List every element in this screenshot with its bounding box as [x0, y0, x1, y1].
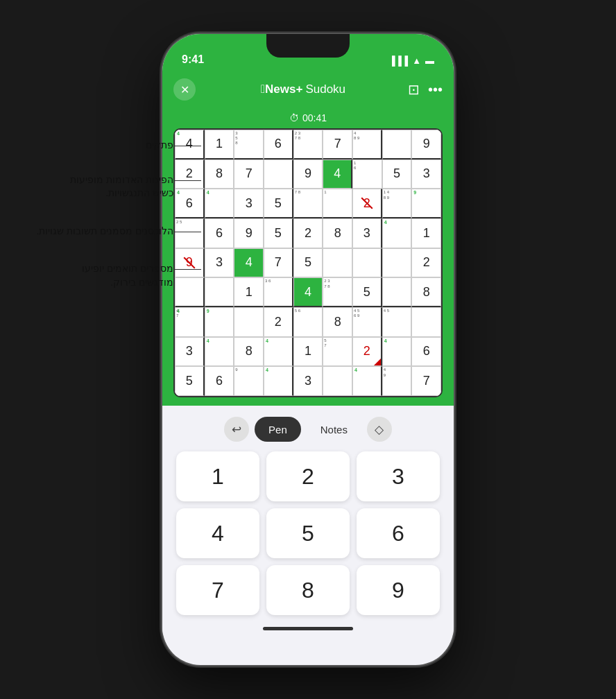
cell-5-3[interactable]: 3 6: [264, 277, 293, 307]
cell-3-7[interactable]: 4: [382, 218, 412, 248]
cell-6-3[interactable]: 2: [264, 307, 293, 337]
cell-1-7[interactable]: 5: [382, 159, 412, 189]
cell-7-3[interactable]: 4: [264, 337, 293, 367]
cell-0-7[interactable]: [382, 130, 412, 159]
cell-8-7[interactable]: 4 9: [382, 366, 412, 396]
cell-6-8[interactable]: [411, 307, 441, 337]
cell-4-5[interactable]: [323, 248, 352, 278]
numpad-key-9[interactable]: 9: [357, 565, 440, 615]
pen-button[interactable]: Pen: [255, 417, 301, 442]
cell-0-2[interactable]: 3 5 8: [234, 130, 264, 159]
cell-5-8[interactable]: 8: [411, 277, 441, 307]
cell-4-6[interactable]: [352, 248, 382, 278]
cell-4-3[interactable]: 7: [264, 248, 293, 278]
numpad-key-3[interactable]: 3: [357, 451, 440, 501]
home-indicator: [162, 615, 454, 635]
cell-4-1[interactable]: 3: [205, 248, 234, 278]
notes-button[interactable]: Notes: [307, 417, 361, 442]
cell-4-4[interactable]: 5: [293, 248, 323, 278]
cell-3-3[interactable]: 5: [264, 218, 293, 248]
cell-7-7[interactable]: 4: [382, 337, 412, 367]
cell-2-4[interactable]: 7 8: [293, 189, 323, 218]
cell-4-2[interactable]: 4: [234, 248, 264, 278]
cell-6-0[interactable]: 44 7: [175, 307, 205, 337]
cell-1-8[interactable]: 3: [411, 159, 441, 189]
cell-0-1[interactable]: 1: [205, 130, 234, 159]
numpad-key-5[interactable]: 5: [266, 508, 350, 558]
cell-4-8[interactable]: 2: [411, 248, 441, 278]
cell-6-6[interactable]: 4 5 6 9: [352, 307, 382, 337]
cell-4-7[interactable]: [382, 248, 412, 278]
cell-1-0[interactable]: 2: [175, 159, 205, 189]
share-button[interactable]: ⊡: [408, 81, 420, 98]
cell-5-2[interactable]: 1: [234, 277, 264, 307]
cell-5-0[interactable]: [175, 277, 205, 307]
wifi-icon: ▲: [412, 55, 421, 66]
cell-5-1[interactable]: [205, 277, 234, 307]
cell-6-7[interactable]: 4 5: [382, 307, 412, 337]
cell-7-8[interactable]: 6: [411, 337, 441, 367]
cell-6-1[interactable]: 9: [205, 307, 234, 337]
numpad-key-4[interactable]: 4: [176, 508, 259, 558]
cell-2-2[interactable]: 3: [234, 189, 264, 218]
cell-5-6[interactable]: 5: [352, 277, 382, 307]
cell-8-2[interactable]: 9: [234, 366, 264, 396]
cell-2-7[interactable]: 1 4 8 9: [382, 189, 412, 218]
cell-6-5[interactable]: 8: [323, 307, 352, 337]
cell-5-5[interactable]: 2 3 7 8: [323, 277, 352, 307]
cell-3-5[interactable]: 8: [323, 218, 352, 248]
cell-0-3[interactable]: 6: [264, 130, 293, 159]
more-button[interactable]: •••: [428, 82, 443, 98]
cell-7-2[interactable]: 8: [234, 337, 264, 367]
cell-2-1[interactable]: 4: [205, 189, 234, 218]
cell-0-8[interactable]: 9: [411, 130, 441, 159]
cell-8-1[interactable]: 6: [205, 366, 234, 396]
close-button[interactable]: ✕: [173, 78, 196, 101]
cell-2-6[interactable]: 2: [352, 189, 382, 218]
cell-3-4[interactable]: 2: [293, 218, 323, 248]
cell-7-1[interactable]: 4: [205, 337, 234, 367]
cell-8-5[interactable]: [323, 366, 352, 396]
erase-button[interactable]: ◇: [367, 417, 392, 442]
cell-1-4[interactable]: 9: [293, 159, 323, 189]
cell-6-4[interactable]: 5 6: [293, 307, 323, 337]
cell-5-4[interactable]: 4: [293, 277, 323, 307]
cell-8-0[interactable]: 5: [175, 366, 205, 396]
cell-0-4[interactable]: 2 3 7 8: [293, 130, 323, 159]
cell-3-0[interactable]: 2 5: [175, 218, 205, 248]
cell-1-1[interactable]: 8: [205, 159, 234, 189]
cell-2-3[interactable]: 5: [264, 189, 293, 218]
cell-1-5[interactable]: 4: [323, 159, 352, 189]
cell-3-6[interactable]: 3: [352, 218, 382, 248]
cell-1-6[interactable]: 1 6: [352, 159, 382, 189]
cell-7-4[interactable]: 1: [293, 337, 323, 367]
numpad-key-8[interactable]: 8: [266, 565, 350, 615]
cell-2-8[interactable]: 9: [411, 189, 441, 218]
numpad-key-2[interactable]: 2: [266, 451, 350, 501]
cell-0-0[interactable]: 44: [175, 130, 205, 159]
cell-7-6[interactable]: 2: [352, 337, 382, 367]
cell-8-8[interactable]: 7: [411, 366, 441, 396]
cell-8-3[interactable]: 4: [264, 366, 293, 396]
numpad-key-1[interactable]: 1: [176, 451, 259, 501]
cell-8-4[interactable]: 3: [293, 366, 323, 396]
cell-4-0[interactable]: 9: [175, 248, 205, 278]
signal-icon: ▐▐▐: [388, 55, 408, 66]
cell-2-0[interactable]: 46: [175, 189, 205, 218]
cell-3-8[interactable]: 1: [411, 218, 441, 248]
numpad-key-7[interactable]: 7: [176, 565, 259, 615]
undo-button[interactable]: ↩: [224, 417, 249, 442]
cell-3-1[interactable]: 6: [205, 218, 234, 248]
cell-0-6[interactable]: 4 8 9: [352, 130, 382, 159]
cell-0-5[interactable]: 7: [323, 130, 352, 159]
cell-6-2[interactable]: [234, 307, 264, 337]
cell-3-2[interactable]: 9: [234, 218, 264, 248]
cell-7-5[interactable]: 5 7: [323, 337, 352, 367]
cell-8-6[interactable]: 4: [352, 366, 382, 396]
numpad-key-6[interactable]: 6: [357, 508, 440, 558]
cell-1-2[interactable]: 7: [234, 159, 264, 189]
cell-7-0[interactable]: 3: [175, 337, 205, 367]
cell-1-3[interactable]: [264, 159, 293, 189]
cell-5-7[interactable]: [382, 277, 412, 307]
cell-2-5[interactable]: 1: [323, 189, 352, 218]
